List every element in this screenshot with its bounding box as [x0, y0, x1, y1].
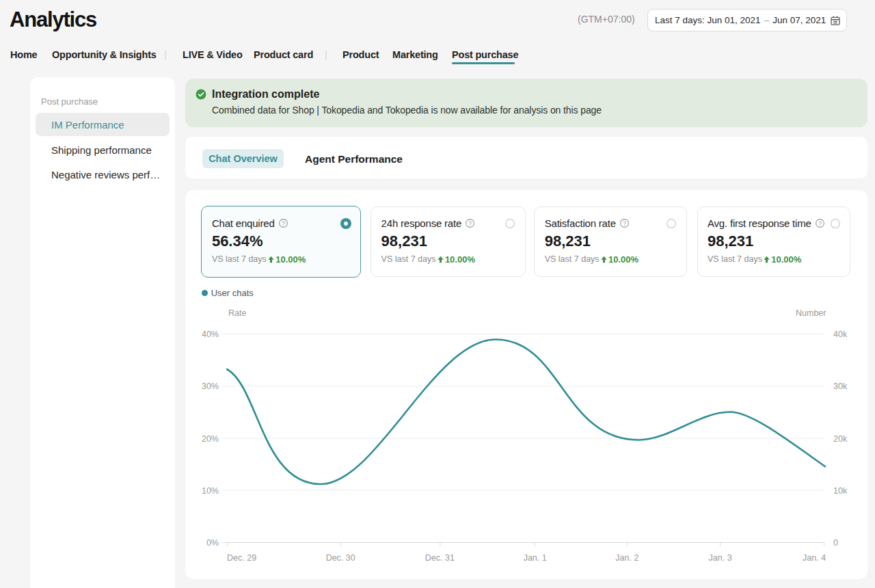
svg-text:20k: 20k — [833, 434, 848, 444]
svg-text:Number: Number — [796, 308, 826, 318]
svg-text:30k: 30k — [833, 382, 848, 391]
svg-text:Dec. 30: Dec. 30 — [326, 553, 355, 563]
svg-text:30%: 30% — [202, 382, 219, 391]
svg-text:0%: 0% — [206, 538, 219, 548]
svg-text:40k: 40k — [833, 330, 848, 339]
svg-text:20%: 20% — [202, 434, 219, 444]
svg-text:?: ? — [623, 219, 626, 226]
svg-text:Jan. 2: Jan. 2 — [615, 553, 638, 563]
svg-text:?: ? — [818, 219, 822, 226]
svg-text:0: 0 — [833, 538, 838, 548]
svg-text:?: ? — [468, 219, 472, 226]
svg-text:Dec. 31: Dec. 31 — [425, 553, 455, 563]
svg-text:Rate: Rate — [228, 308, 246, 318]
svg-text:Jan. 3: Jan. 3 — [709, 553, 732, 563]
svg-text:Jan. 1: Jan. 1 — [524, 553, 547, 563]
svg-text:10%: 10% — [202, 486, 219, 496]
svg-text:40%: 40% — [202, 330, 219, 339]
svg-text:?: ? — [282, 219, 285, 226]
svg-text:Jan. 4: Jan. 4 — [803, 553, 826, 563]
svg-text:10k: 10k — [833, 486, 848, 496]
svg-text:Dec. 29: Dec. 29 — [227, 553, 256, 563]
